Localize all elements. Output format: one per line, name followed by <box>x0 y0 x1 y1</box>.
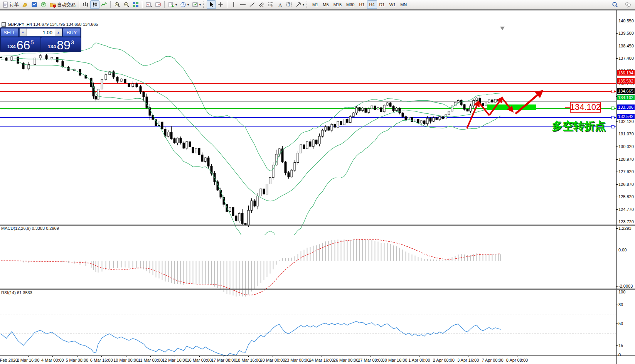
auto-scroll-button[interactable] <box>144 0 153 9</box>
volume-up-icon[interactable]: ▲ <box>55 29 62 36</box>
buy-price-pip: 3 <box>71 39 74 46</box>
time-label: 12 Mar 16:00 <box>162 358 187 362</box>
candles-icon <box>92 2 98 8</box>
axis-tick <box>616 228 618 229</box>
fibonacci-button[interactable]: F <box>266 0 275 9</box>
text-label-button[interactable]: T <box>285 0 294 9</box>
price-tick-label: 127.920 <box>618 169 634 174</box>
axis-tick <box>616 184 618 185</box>
time-label: 17 Mar 08:00 <box>211 358 236 362</box>
chevron-down-icon[interactable]: ▾ <box>199 3 201 7</box>
volume-down-icon[interactable]: ▼ <box>20 29 27 36</box>
time-label: 2 Apr 08:00 <box>433 358 455 362</box>
tile-windows-button[interactable] <box>131 0 140 9</box>
tf-m30-button[interactable]: M30 <box>344 0 357 9</box>
bars-chart-button[interactable] <box>81 0 90 9</box>
autotrading-label: 自动交易 <box>57 2 76 8</box>
axis-tick <box>616 33 618 34</box>
price-chart[interactable]: 134.102多空转折点多空转折点 <box>0 21 616 235</box>
cursor-button[interactable] <box>207 0 216 9</box>
volume-stepper[interactable]: ▼ 1.00 ▲ <box>19 28 62 37</box>
tf-h4-button[interactable]: H4 <box>367 0 377 9</box>
signals-button[interactable] <box>39 0 48 9</box>
chart-window-button[interactable] <box>30 0 39 9</box>
axis-tick <box>616 58 618 59</box>
toolbar-separator <box>164 1 165 8</box>
chevron-down-icon[interactable]: ▾ <box>187 3 189 7</box>
chat-button[interactable] <box>623 0 633 9</box>
zoom-in-button[interactable] <box>113 0 122 9</box>
equidistant-channel-button[interactable]: E <box>257 0 266 9</box>
market-gold-button[interactable] <box>20 0 30 9</box>
pane-separator[interactable] <box>0 289 635 290</box>
chevron-down-icon[interactable]: ▾ <box>303 3 304 7</box>
time-label: 4 Mar 00:00 <box>41 358 64 362</box>
axis-tick <box>616 159 618 160</box>
time-label: 30 Mar 16:00 <box>382 358 408 362</box>
one-click-trading-panel: SELL ▼ 1.00 ▲ BUY 134 66 5 134 89 3 <box>0 27 81 52</box>
text-button[interactable]: A <box>275 0 285 9</box>
mt4-terminal: 订单自动交易▾▾▾EFAT▾M1M5M15M30H1H4D1W1MN GBPJP… <box>0 0 635 364</box>
axis-tick <box>616 21 618 21</box>
time-label: 6 Mar 16:00 <box>90 358 113 362</box>
pane-separator[interactable] <box>0 224 635 224</box>
sell-button[interactable]: SELL <box>1 28 19 37</box>
toolbar-grip <box>203 2 205 8</box>
vertical-line-button[interactable] <box>229 0 238 9</box>
zoom-out-button[interactable] <box>122 0 131 9</box>
axis-tick <box>616 197 618 197</box>
chart-window[interactable]: GBPJPY-,H4 134.679 134.795 134.658 134.6… <box>0 10 635 364</box>
toolbar-separator <box>227 1 227 8</box>
buy-button[interactable]: BUY <box>63 28 81 37</box>
horizontal-line-button[interactable] <box>238 0 248 9</box>
search-button[interactable] <box>610 0 620 9</box>
shapes-icon <box>295 2 301 8</box>
bars-icon <box>83 2 89 8</box>
chevron-down-icon[interactable]: ▾ <box>175 3 177 7</box>
tf-w1-button[interactable]: W1 <box>387 0 398 9</box>
axis-tick <box>616 222 618 222</box>
tf-m1-button[interactable]: M1 <box>310 0 320 9</box>
axis-tick <box>616 46 618 46</box>
time-label: 20 Mar 00:00 <box>260 358 285 362</box>
svg-text:多空转折点: 多空转折点 <box>552 120 606 132</box>
price-tick-label: 125.820 <box>618 194 634 199</box>
axis-tick <box>616 147 618 147</box>
tf-m5-button[interactable]: M5 <box>320 0 331 9</box>
shift-icon <box>155 2 161 8</box>
trendline-button[interactable] <box>248 0 257 9</box>
periods-button[interactable]: ▾ <box>179 0 190 9</box>
new-order-button[interactable]: 订单 <box>1 0 20 9</box>
axis-tick <box>616 84 618 84</box>
sell-price-button[interactable]: 134 66 5 <box>1 37 40 51</box>
chart-shift-button[interactable] <box>153 0 163 9</box>
buy-price-button[interactable]: 134 89 3 <box>41 37 81 51</box>
tf-h1-button[interactable]: H1 <box>357 0 367 9</box>
new-order-label: 订单 <box>10 2 19 8</box>
addind-icon <box>168 2 174 8</box>
line-chart-button[interactable] <box>99 0 109 9</box>
tf-mn-button[interactable]: MN <box>398 0 409 9</box>
tf-d1-button[interactable]: D1 <box>377 0 387 9</box>
templates-button[interactable]: ▾ <box>190 0 202 9</box>
time-label: 24 Mar 16:00 <box>309 358 334 362</box>
candles-chart-button[interactable] <box>90 0 99 9</box>
tf-m15-button[interactable]: M15 <box>331 0 344 9</box>
axis-tick <box>616 134 618 134</box>
time-label: Feb 2020 <box>0 358 18 362</box>
arrows-shapes-button[interactable]: ▾ <box>294 0 306 9</box>
pane-separator[interactable] <box>0 288 635 288</box>
macd-pane[interactable] <box>0 236 616 298</box>
rsi-pane[interactable] <box>0 300 616 364</box>
sell-price-int: 134 <box>7 44 16 49</box>
crosshair-button[interactable] <box>216 0 225 9</box>
hline-icon <box>240 2 246 8</box>
pane-separator[interactable] <box>0 225 635 226</box>
autotrading-button[interactable]: 自动交易 <box>48 0 77 9</box>
rsi-axis-label: 0 <box>618 352 621 357</box>
search-icon <box>612 2 618 8</box>
axis-tick <box>616 324 618 324</box>
indicators-button[interactable]: ▾ <box>167 0 179 9</box>
volume-value[interactable]: 1.00 <box>27 29 55 36</box>
price-axis-border <box>616 10 616 364</box>
